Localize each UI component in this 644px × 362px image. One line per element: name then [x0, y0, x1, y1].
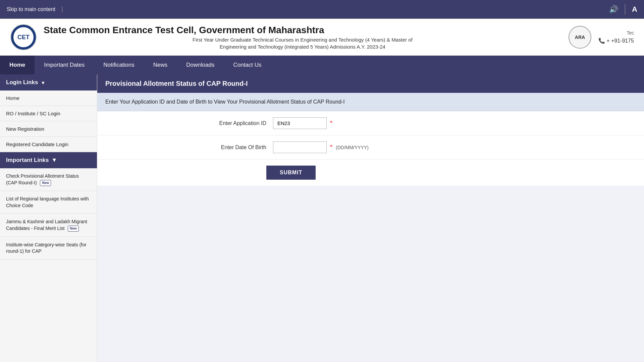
header-subtitle2: Engineering and Technology (Integrated 5… — [44, 44, 561, 50]
main-layout: Login Links ▼ Home RO / Institute / SC L… — [0, 74, 644, 362]
nav-notifications[interactable]: Notifications — [94, 56, 144, 74]
form-container: Enter Your Application ID and Date of Bi… — [97, 93, 644, 186]
divider — [625, 4, 625, 14]
nav-downloads[interactable]: Downloads — [177, 56, 224, 74]
cet-logo: CET — [10, 24, 37, 51]
ara-logo: ARA — [568, 25, 592, 49]
content-area: Provisional Allotment Status of CAP Roun… — [97, 74, 644, 362]
important-links-arrow: ▼ — [52, 157, 57, 164]
svg-text:ARA: ARA — [575, 35, 585, 40]
submit-button[interactable]: SUBMIT — [266, 166, 316, 180]
header: CET State Common Entrance Test Cell, Gov… — [0, 19, 644, 56]
sidebar-item-home[interactable]: Home — [0, 90, 97, 106]
header-text: State Common Entrance Test Cell, Governm… — [44, 25, 561, 50]
top-bar-right: 🔊 A — [609, 4, 637, 14]
dob-required: * — [330, 144, 332, 151]
top-bar-left: Skip to main content — [7, 6, 62, 12]
header-subtitle1: First Year Under Graduate Technical Cour… — [44, 37, 561, 43]
nav-contact-us[interactable]: Contact Us — [224, 56, 271, 74]
form-row-dob: Enter Date Of Birth * (DD/MM/YYYY) — [97, 135, 644, 160]
sidebar-link-regional-institutes[interactable]: List of Regional language Institutes wit… — [0, 191, 97, 214]
application-id-input[interactable] — [273, 117, 327, 129]
header-title: State Common Entrance Test Cell, Governm… — [44, 25, 561, 36]
nav-news[interactable]: News — [144, 56, 177, 74]
sidebar-link-institute-category[interactable]: Institute-wise Category-wise Seats (for … — [0, 237, 97, 260]
nav-bar: Home Important Dates Notifications News … — [0, 56, 644, 74]
form-intro: Enter Your Application ID and Date of Bi… — [97, 93, 644, 111]
dob-input[interactable] — [273, 141, 327, 153]
dob-format-hint: (DD/MM/YYYY) — [336, 145, 369, 150]
sidebar-item-ro-login[interactable]: RO / Institute / SC Login — [0, 106, 97, 121]
top-bar: Skip to main content 🔊 A — [0, 0, 644, 19]
dob-input-group: * (DD/MM/YYYY) — [273, 141, 369, 153]
application-id-required: * — [330, 120, 332, 127]
form-row-application-id: Enter Application ID * — [97, 111, 644, 135]
sidebar-link-jk-ladakh[interactable]: Jammu & Kashmir and Ladakh Migrant Candi… — [0, 214, 97, 237]
section-header: Provisional Allotment Status of CAP Roun… — [97, 74, 644, 93]
sidebar-link-provisional-allotment[interactable]: Check Provisional Allotment Status (CAP … — [0, 168, 97, 191]
header-phone: 📞 + +91-9175 — [598, 38, 634, 44]
nav-home[interactable]: Home — [0, 56, 35, 74]
badge-new-jk: New — [68, 226, 79, 232]
dob-label: Enter Date Of Birth — [105, 144, 273, 150]
sidebar: Login Links ▼ Home RO / Institute / SC L… — [0, 74, 97, 362]
header-right: Tec 📞 + +91-9175 — [598, 30, 634, 44]
text-size-label[interactable]: A — [632, 5, 637, 14]
sidebar-important-header: Important Links ▼ — [0, 152, 97, 168]
login-links-arrow: ▼ — [41, 80, 45, 85]
sidebar-login-header: Login Links ▼ — [0, 74, 97, 90]
svg-text:CET: CET — [17, 34, 30, 41]
application-id-input-group: * — [273, 117, 332, 129]
nav-important-dates[interactable]: Important Dates — [35, 56, 94, 74]
badge-new-provisional: New — [40, 180, 51, 186]
skip-to-main[interactable]: Skip to main content — [7, 6, 62, 12]
speaker-icon[interactable]: 🔊 — [609, 5, 618, 14]
sidebar-item-new-registration[interactable]: New Registration — [0, 121, 97, 137]
sidebar-item-registered-login[interactable]: Registered Candidate Login — [0, 137, 97, 152]
submit-row: SUBMIT — [97, 160, 644, 186]
application-id-label: Enter Application ID — [105, 120, 273, 126]
header-tech: Tec — [627, 30, 634, 36]
